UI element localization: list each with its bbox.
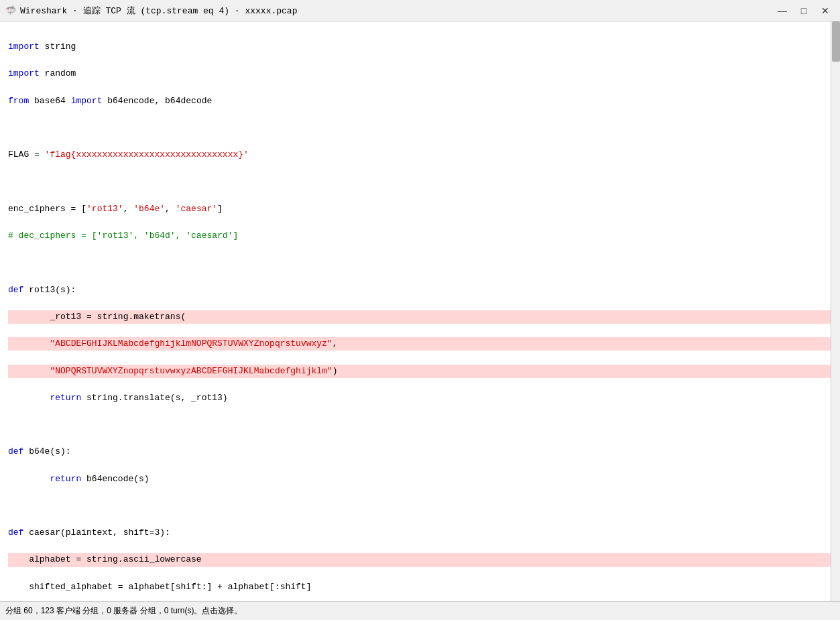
code-line — [8, 256, 832, 269]
code-content: import string import random from base64 … — [0, 24, 840, 601]
code-line: _rot13 = string.maketrans( — [8, 310, 832, 324]
close-button[interactable]: ✕ — [816, 3, 835, 18]
title-bar-controls: — □ ✕ — [773, 3, 835, 18]
code-line-alphabet: alphabet = string.ascii_lowercase — [8, 553, 832, 566]
code-line: FLAG = 'flag{xxxxxxxxxxxxxxxxxxxxxxxxxxx… — [8, 148, 832, 162]
code-line: def caesar(plaintext, shift=3): — [8, 526, 832, 540]
status-bar: 分组 60，123 客户端 分组，0 服务器 分组，0 turn(s)。点击选择… — [0, 601, 840, 620]
code-line — [8, 499, 832, 513]
title-bar: 🦈 Wireshark · 追踪 TCP 流 (tcp.stream eq 4)… — [0, 0, 840, 21]
minimize-button[interactable]: — — [773, 3, 792, 18]
code-line: # dec_ciphers = ['rot13', 'b64d', 'caesa… — [8, 229, 832, 243]
scrollbar-thumb[interactable] — [832, 21, 840, 62]
title-bar-left: 🦈 Wireshark · 追踪 TCP 流 (tcp.stream eq 4)… — [5, 5, 297, 17]
code-line — [8, 121, 832, 135]
code-line: return b64encode(s) — [8, 473, 832, 486]
code-line: def b64e(s): — [8, 445, 832, 458]
code-line: def rot13(s): — [8, 284, 832, 297]
status-text: 分组 60，123 客户端 分组，0 服务器 分组，0 turn(s)。点击选择… — [5, 605, 242, 617]
code-area: import string import random from base64 … — [0, 21, 840, 601]
scrollbar-y[interactable] — [831, 21, 840, 601]
code-line: "ABCDEFGHIJKLMabcdefghijklmNOPQRSTUVWXYZ… — [8, 337, 832, 351]
code-line — [8, 176, 832, 189]
code-line — [8, 418, 832, 432]
app-icon: 🦈 — [5, 5, 16, 16]
window-title: Wireshark · 追踪 TCP 流 (tcp.stream eq 4) ·… — [20, 5, 297, 17]
code-line: import string — [8, 40, 832, 54]
code-line: from base64 import b64encode, b64decode — [8, 95, 832, 108]
code-line: "NOPQRSTUVWXYZnopqrstuvwxyzABCDEFGHIJKLM… — [8, 365, 832, 378]
maximize-button[interactable]: □ — [794, 3, 813, 18]
code-line: shifted_alphabet = alphabet[shift:] + al… — [8, 580, 832, 594]
code-line: return string.translate(s, _rot13) — [8, 391, 832, 405]
code-line: enc_ciphers = ['rot13', 'b64e', 'caesar'… — [8, 202, 832, 216]
code-line: import random — [8, 67, 832, 80]
